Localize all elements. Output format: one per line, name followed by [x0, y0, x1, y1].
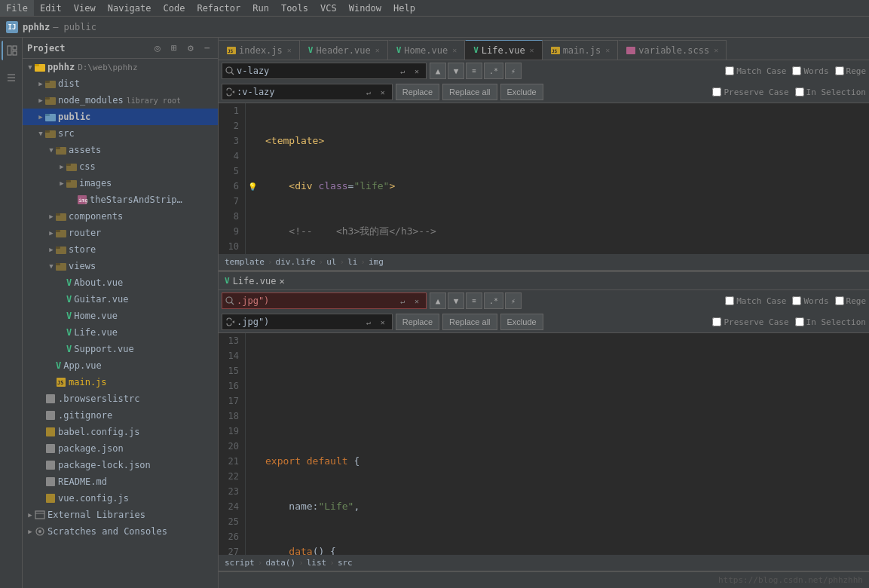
menu-code[interactable]: Code — [158, 0, 191, 16]
search-replace-enter-bottom[interactable]: ↵ — [363, 316, 375, 328]
regex-checkbox-bottom[interactable] — [835, 296, 844, 305]
gutter-6[interactable]: 💡 — [246, 179, 259, 194]
search-replace-input-bottom[interactable] — [237, 317, 360, 327]
bottom-tab-label[interactable]: Life.vue — [233, 276, 277, 286]
menu-window[interactable]: Window — [343, 0, 387, 16]
exclude-btn-top[interactable]: Exclude — [500, 84, 543, 100]
preserve-case-checkbox-bottom[interactable] — [712, 317, 721, 326]
search-next-btn-bottom[interactable]: ▼ — [448, 292, 464, 309]
tab-close-index[interactable]: ✕ — [287, 46, 292, 54]
replace-all-btn-bottom[interactable]: Replace all — [442, 314, 497, 330]
tree-guitar-vue[interactable]: ▶ V Guitar.vue — [23, 291, 218, 308]
search-regex-btn-bottom[interactable]: .* — [484, 292, 503, 309]
breadcrumb-li[interactable]: li — [347, 257, 357, 267]
exclude-btn-bottom[interactable]: Exclude — [500, 314, 543, 330]
top-code-area[interactable]: <template> <div class="life"> <!-- <h3>我… — [259, 103, 869, 254]
tree-router[interactable]: ▶ router — [23, 225, 218, 241]
breadcrumb-template[interactable]: template — [225, 257, 265, 267]
search-replace-close-top[interactable]: ✕ — [377, 86, 389, 98]
tree-browserslist[interactable]: ▶ .browserslistrc — [23, 390, 218, 407]
tab-main-js[interactable]: JS main.js ✕ — [543, 40, 619, 60]
menu-run[interactable]: Run — [246, 0, 275, 16]
tree-node-modules[interactable]: ▶ node_modules library root — [23, 92, 218, 109]
tab-header-vue[interactable]: V Header.vue ✕ — [300, 40, 388, 60]
tree-about-vue[interactable]: ▶ V About.vue — [23, 274, 218, 291]
breadcrumb-src[interactable]: src — [338, 558, 353, 568]
match-case-option-bottom[interactable]: Match Case — [725, 296, 786, 306]
breadcrumb-script[interactable]: script — [225, 558, 255, 568]
match-case-option-top[interactable]: Match Case — [725, 66, 786, 76]
search-enter-icon-top[interactable]: ↵ — [396, 65, 408, 77]
tree-package-json[interactable]: ▶ package.json — [23, 440, 218, 457]
in-selection-checkbox-bottom[interactable] — [795, 317, 804, 326]
tree-gitignore[interactable]: ▶ .gitignore — [23, 407, 218, 424]
bottom-code-area[interactable]: export default { name:"Life", data() { r… — [259, 333, 869, 555]
replace-btn-top[interactable]: Replace — [396, 84, 439, 100]
search-close-icon-top[interactable]: ✕ — [411, 65, 423, 77]
menu-file[interactable]: File — [0, 0, 34, 16]
tab-close-home[interactable]: ✕ — [452, 46, 457, 54]
sidebar-minimize-btn[interactable]: − — [201, 42, 213, 54]
tree-root[interactable]: ▼ pphhz D:\web\pphhz — [23, 59, 218, 75]
regex-checkbox-top[interactable] — [835, 66, 844, 75]
tree-external-libs[interactable]: ▶ External Libraries — [23, 507, 218, 523]
tree-stars-file[interactable]: ▶ img theStarsAndStripesForeve — [23, 191, 218, 208]
tree-src[interactable]: ▼ src — [23, 125, 218, 142]
search-find-wrapper-bottom[interactable]: ↵ ✕ — [222, 292, 427, 309]
match-case-checkbox-bottom[interactable] — [725, 296, 734, 305]
tree-home-vue[interactable]: ▶ V Home.vue — [23, 308, 218, 324]
replace-all-btn-top[interactable]: Replace all — [442, 84, 497, 100]
search-prev-btn-bottom[interactable]: ▲ — [430, 292, 446, 309]
in-selection-checkbox-top[interactable] — [795, 87, 804, 96]
project-panel-btn[interactable] — [2, 41, 21, 60]
search-replace-wrapper-top[interactable]: ↵ ✕ — [222, 84, 393, 100]
tree-assets[interactable]: ▼ assets — [23, 142, 218, 158]
breadcrumb-img[interactable]: img — [369, 257, 384, 267]
in-selection-option-bottom[interactable]: In Selection — [795, 317, 866, 327]
search-replace-input-top[interactable] — [237, 87, 360, 97]
search-filter-btn-top[interactable]: ⚡ — [505, 63, 522, 79]
search-find-input-bottom[interactable] — [237, 296, 394, 306]
tree-views[interactable]: ▼ views — [23, 258, 218, 274]
tab-close-main-js[interactable]: ✕ — [605, 46, 610, 54]
search-replace-close-bottom[interactable]: ✕ — [377, 316, 389, 328]
search-regex-btn-top[interactable]: .* — [484, 63, 503, 79]
regex-option-top[interactable]: Rege — [835, 66, 867, 76]
tree-images[interactable]: ▶ images — [23, 175, 218, 191]
search-prev-btn-top[interactable]: ▲ — [430, 63, 446, 79]
structure-panel-btn[interactable] — [2, 68, 21, 87]
tree-vue-config[interactable]: ▶ vue.config.js — [23, 490, 218, 507]
tree-app-vue[interactable]: ▶ V App.vue — [23, 357, 218, 374]
tree-dist[interactable]: ▶ dist — [23, 75, 218, 92]
words-option-top[interactable]: Words — [792, 66, 828, 76]
preserve-case-checkbox-top[interactable] — [712, 87, 721, 96]
menu-view[interactable]: View — [68, 0, 102, 16]
search-replace-enter-top[interactable]: ↵ — [363, 86, 375, 98]
tree-scratches[interactable]: ▶ Scratches and Consoles — [23, 523, 218, 540]
regex-option-bottom[interactable]: Rege — [835, 296, 867, 306]
breadcrumb-list[interactable]: list — [307, 558, 327, 568]
menu-navigate[interactable]: Navigate — [102, 0, 158, 16]
tree-package-lock[interactable]: ▶ package-lock.json — [23, 457, 218, 473]
sidebar-settings-btn[interactable]: ⚙ — [185, 42, 197, 54]
tab-close-variable-scss[interactable]: ✕ — [714, 46, 718, 54]
in-selection-option-top[interactable]: In Selection — [795, 87, 866, 97]
match-case-checkbox-top[interactable] — [725, 66, 734, 75]
tab-close-header[interactable]: ✕ — [375, 46, 380, 54]
tree-public[interactable]: ▶ public — [23, 109, 218, 125]
tab-home-vue[interactable]: V Home.vue ✕ — [388, 40, 465, 60]
tree-components[interactable]: ▶ components — [23, 208, 218, 225]
preserve-case-option-top[interactable]: Preserve Case — [712, 87, 788, 97]
breadcrumb-ul[interactable]: ul — [326, 257, 336, 267]
menu-refactor[interactable]: Refactor — [191, 0, 246, 16]
sidebar-expand-btn[interactable]: ⊞ — [168, 42, 180, 54]
menu-vcs[interactable]: VCS — [314, 0, 343, 16]
tab-variable-scss[interactable]: variable.scss ✕ — [618, 40, 727, 60]
menu-tools[interactable]: Tools — [275, 0, 314, 16]
search-enter-icon-bottom[interactable]: ↵ — [396, 295, 408, 307]
tree-store[interactable]: ▶ store — [23, 241, 218, 258]
search-filter-btn-bottom[interactable]: ⚡ — [505, 292, 522, 309]
menu-help[interactable]: Help — [387, 0, 421, 16]
search-replace-wrapper-bottom[interactable]: ↵ ✕ — [222, 314, 393, 330]
words-checkbox-top[interactable] — [792, 66, 801, 75]
